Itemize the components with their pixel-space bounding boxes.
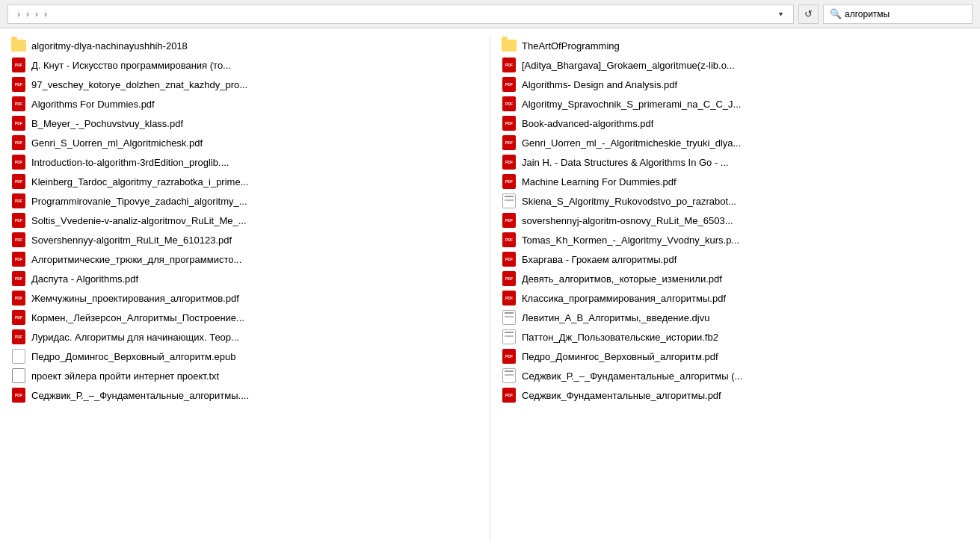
list-item[interactable]: Kleinberg_Tardoc_algoritmy_razrabotka_i_… xyxy=(6,172,484,191)
list-item[interactable]: Algorithms- Design and Analysis.pdf xyxy=(496,75,974,94)
list-item[interactable]: B_Meyer_-_Pochuvstvuy_klass.pdf xyxy=(6,114,484,133)
list-item[interactable]: Даспутa - Algorithms.pdf xyxy=(6,269,484,288)
pdf-icon xyxy=(501,116,517,131)
list-item[interactable]: Седжвик_Фундаментальные_алгоритмы.pdf xyxy=(496,385,974,405)
file-name: sovershennyj-algoritm-osnovy_RuLit_Me_65… xyxy=(522,215,733,226)
list-item[interactable]: проект эйлера пройти интернет проект.txt xyxy=(6,366,484,385)
txt-icon xyxy=(10,368,27,383)
breadcrumb-sep-2: › xyxy=(26,9,29,19)
list-item[interactable]: Седжвик_Р._–_Фундаментальные_алгоритмы (… xyxy=(496,366,974,385)
file-name: проект эйлера пройти интернет проект.txt xyxy=(31,370,219,382)
breadcrumb-sep-4: › xyxy=(44,9,47,19)
pdf-icon xyxy=(10,193,27,208)
list-item[interactable]: Programmirovanie_Tipovye_zadachi_algorit… xyxy=(6,191,484,211)
list-item[interactable]: Algoritmy_Spravochnik_S_primerami_na_C_C… xyxy=(496,94,974,114)
pdf-icon xyxy=(501,96,517,111)
list-item[interactable]: Sovershennyy-algoritm_RuLit_Me_610123.pd… xyxy=(6,230,484,249)
file-name: Луридас. Алгоритмы для начинающих. Теор.… xyxy=(31,332,239,343)
file-name: Седжвик_Р._–_Фундаментальные_алгоритмы (… xyxy=(522,370,742,382)
breadcrumb-sep-3: › xyxy=(35,9,38,19)
doc-icon xyxy=(501,368,517,383)
file-name: [Aditya_Bhargava]_Grokaem_algoritmue(z-l… xyxy=(522,60,735,71)
list-item[interactable]: 97_veschey_kotorye_dolzhen_znat_kazhdy_p… xyxy=(6,75,484,94)
pdf-icon xyxy=(10,58,27,72)
list-item[interactable]: Седжвик_Р._–_Фундаментальные_алгоритмы..… xyxy=(6,385,484,405)
file-name: Genri_Uorren_ml_-_Algoritmicheskie_tryuk… xyxy=(522,137,741,149)
list-item[interactable]: Луридас. Алгоритмы для начинающих. Теор.… xyxy=(6,327,484,347)
breadcrumb-sep-1: › xyxy=(17,9,20,19)
folder-icon xyxy=(501,38,517,53)
list-item[interactable]: Педро_Домингос_Верховный_алгоритм.epub xyxy=(6,347,484,366)
breadcrumb-path[interactable]: › › › › ▾ xyxy=(7,4,794,24)
file-name: Kleinberg_Tardoc_algoritmy_razrabotka_i_… xyxy=(31,176,248,187)
pdf-icon xyxy=(501,135,517,150)
list-item[interactable]: Алгоритмические_трюки_для_программисто..… xyxy=(6,249,484,269)
left-column: algoritmy-dlya-nachinayushhih-2018Д. Кну… xyxy=(0,36,490,542)
file-name: Кормен,_Лейзерсон_Алгоритмы_Построение..… xyxy=(31,312,244,323)
list-item[interactable]: Machine Learning For Dummies.pdf xyxy=(496,172,974,191)
file-name: TheArtOfProgramming xyxy=(522,40,620,52)
search-input[interactable] xyxy=(845,9,966,19)
pdf-icon xyxy=(501,213,517,228)
file-name: Algoritmy_Spravochnik_S_primerami_na_C_C… xyxy=(522,99,741,110)
pdf-icon xyxy=(10,291,27,305)
pdf-icon xyxy=(10,77,27,92)
refresh-btn[interactable]: ↺ xyxy=(798,4,819,24)
list-item[interactable]: Д. Кнут - Искусство программирования (то… xyxy=(6,55,484,75)
list-item[interactable]: Genri_S_Uorren_ml_Algoritmichesk.pdf xyxy=(6,133,484,152)
list-item[interactable]: Педро_Домингос_Верховный_алгоритм.pdf xyxy=(496,347,974,366)
file-name: Левитин_А_В_Алгоритмы,_введение.djvu xyxy=(522,312,709,323)
file-name: Tomas_Kh_Kormen_-_Algoritmy_Vvodny_kurs.… xyxy=(522,235,739,246)
file-name: 97_veschey_kotorye_dolzhen_znat_kazhdy_p… xyxy=(31,79,247,90)
file-name: Жемчужины_проектирования_алгоритмов.pdf xyxy=(31,293,239,304)
list-item[interactable]: TheArtOfProgramming xyxy=(496,36,974,55)
pdf-icon xyxy=(10,96,27,111)
pdf-icon xyxy=(10,271,27,286)
list-item[interactable]: Левитин_А_В_Алгоритмы,_введение.djvu xyxy=(496,308,974,327)
list-item[interactable]: Jain H. - Data Structures & Algorithms I… xyxy=(496,152,974,172)
file-name: Sovershennyy-algoritm_RuLit_Me_610123.pd… xyxy=(31,235,232,246)
file-name: Педро_Домингос_Верховный_алгоритм.pdf xyxy=(522,351,718,362)
list-item[interactable]: Tomas_Kh_Kormen_-_Algoritmy_Vvodny_kurs.… xyxy=(496,230,974,249)
pdf-icon xyxy=(501,77,517,92)
list-item[interactable]: Девять_алгоритмов,_которые_изменили.pdf xyxy=(496,269,974,288)
list-item[interactable]: Классика_программирования_алгоритмы.pdf xyxy=(496,288,974,308)
list-item[interactable]: Algorithms For Dummies.pdf xyxy=(6,94,484,114)
file-name: Бхаргава - Грокаем алгоритмы.pdf xyxy=(522,254,677,265)
file-name: Паттон_Дж_Пользовательские_истории.fb2 xyxy=(522,332,718,343)
file-name: Book-advanced-algorithms.pdf xyxy=(522,118,653,129)
pdf-icon xyxy=(501,388,517,403)
doc-icon xyxy=(501,310,517,325)
list-item[interactable]: Жемчужины_проектирования_алгоритмов.pdf xyxy=(6,288,484,308)
list-item[interactable]: Бхаргава - Грокаем алгоритмы.pdf xyxy=(496,249,974,269)
pdf-icon xyxy=(501,174,517,189)
file-name: Седжвик_Фундаментальные_алгоритмы.pdf xyxy=(522,390,721,401)
list-item[interactable]: algoritmy-dlya-nachinayushhih-2018 xyxy=(6,36,484,55)
list-item[interactable]: Soltis_Vvedenie-v-analiz-algoritmov_RuLi… xyxy=(6,211,484,230)
file-name: Классика_программирования_алгоритмы.pdf xyxy=(522,293,726,304)
file-name: Даспутa - Algorithms.pdf xyxy=(31,273,138,285)
list-item[interactable]: sovershennyj-algoritm-osnovy_RuLit_Me_65… xyxy=(496,211,974,230)
epub-icon xyxy=(10,349,27,364)
list-item[interactable]: [Aditya_Bhargava]_Grokaem_algoritmue(z-l… xyxy=(496,55,974,75)
pdf-icon xyxy=(10,329,27,344)
list-item[interactable]: Skiena_S_Algoritmy_Rukovodstvo_po_razrab… xyxy=(496,191,974,211)
search-box[interactable]: 🔍 xyxy=(823,4,973,24)
pdf-icon xyxy=(501,58,517,72)
list-item[interactable]: Introduction-to-algorithm-3rdEdition_pro… xyxy=(6,152,484,172)
pdf-icon xyxy=(10,252,27,267)
pdf-icon xyxy=(10,155,27,170)
file-name: Skiena_S_Algoritmy_Rukovodstvo_po_razrab… xyxy=(522,196,736,207)
file-name: Седжвик_Р._–_Фундаментальные_алгоритмы..… xyxy=(31,390,249,401)
list-item[interactable]: Паттон_Дж_Пользовательские_истории.fb2 xyxy=(496,327,974,347)
list-item[interactable]: Genri_Uorren_ml_-_Algoritmicheskie_tryuk… xyxy=(496,133,974,152)
list-item[interactable]: Book-advanced-algorithms.pdf xyxy=(496,114,974,133)
file-name: Machine Learning For Dummies.pdf xyxy=(522,176,677,187)
list-item[interactable]: Кормен,_Лейзерсон_Алгоритмы_Построение..… xyxy=(6,308,484,327)
pdf-icon xyxy=(10,116,27,131)
file-name: Девять_алгоритмов,_которые_изменили.pdf xyxy=(522,273,722,285)
pdf-icon xyxy=(501,291,517,305)
pdf-icon xyxy=(10,310,27,325)
right-column: TheArtOfProgramming[Aditya_Bhargava]_Gro… xyxy=(490,36,980,542)
breadcrumb-dropdown-btn[interactable]: ▾ xyxy=(774,8,787,19)
